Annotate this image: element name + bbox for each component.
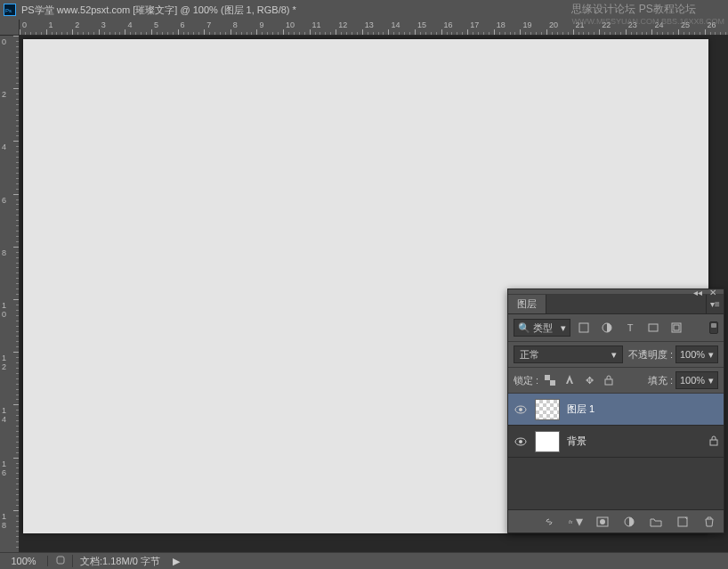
blend-mode-select[interactable]: 正常 ▾ (514, 345, 623, 363)
layer-mask-icon[interactable] (595, 515, 610, 529)
hand-icon[interactable] (48, 555, 73, 567)
visibility-icon[interactable] (514, 402, 528, 417)
filter-pixel-icon[interactable] (574, 319, 594, 337)
filter-toggle[interactable] (709, 321, 718, 334)
panel-grip[interactable]: ◂◂ ✕ (508, 289, 724, 295)
collapse-icon[interactable]: ◂◂ (693, 288, 702, 297)
adjustment-layer-icon[interactable] (622, 515, 636, 529)
svg-rect-6 (674, 325, 679, 330)
chevron-down-icon: ▾ (708, 349, 714, 361)
svg-text:fx: fx (569, 519, 574, 524)
layer-thumbnail[interactable] (535, 431, 560, 452)
svg-rect-1 (57, 557, 64, 564)
status-bar: 100% 文档:1.18M/0 字节 ▶ (0, 552, 728, 569)
svg-rect-7 (545, 375, 550, 380)
layers-panel: ◂◂ ✕ 图层 ▾≡ 🔍 类型 ▾ T 正常 ▾ 不透明度 (507, 289, 724, 533)
layer-name[interactable]: 图层 1 (567, 402, 595, 416)
zoom-level[interactable]: 100% (0, 556, 48, 566)
panel-footer: fx▾ (508, 509, 724, 532)
layer-thumbnail[interactable] (535, 399, 560, 420)
lock-all-icon[interactable] (601, 372, 617, 388)
chevron-down-icon: ▾ (611, 349, 617, 361)
ruler-origin[interactable] (0, 20, 20, 36)
layer-row[interactable]: 背景 (508, 426, 724, 458)
svg-point-13 (519, 440, 522, 443)
tab-layers[interactable]: 图层 (508, 295, 546, 313)
lock-position-icon[interactable]: ✥ (581, 372, 597, 388)
svg-text:Ps: Ps (5, 8, 12, 13)
filter-shape-icon[interactable] (643, 319, 663, 337)
document-info[interactable]: 文档:1.18M/0 字节 (73, 555, 167, 568)
lock-transparency-icon[interactable] (542, 372, 558, 388)
svg-rect-19 (678, 517, 687, 526)
document-title: PS学堂 www.52psxt.com [璀璨文字] @ 100% (图层 1,… (21, 4, 296, 17)
visibility-icon[interactable] (514, 435, 528, 449)
info-dropdown-icon[interactable]: ▶ (173, 556, 180, 567)
ruler-vertical[interactable]: 024681012141618 (0, 36, 20, 552)
close-icon[interactable]: ✕ (709, 288, 716, 297)
lock-icon (709, 434, 718, 450)
blend-row: 正常 ▾ 不透明度 : 100% ▾ (508, 342, 724, 368)
layer-row[interactable]: 图层 1 (508, 394, 724, 426)
filter-kind-select[interactable]: 🔍 类型 ▾ (514, 319, 570, 337)
watermark: 思缘设计论坛 PS教程论坛 WWW.MISSYUAN.COM BBS.16XX8… (571, 2, 724, 26)
lock-row: 锁定 : ✥ 填充 : 100% ▾ (508, 368, 724, 394)
layer-style-icon[interactable]: fx▾ (569, 515, 583, 529)
chevron-down-icon: ▾ (561, 322, 566, 334)
new-layer-icon[interactable] (675, 515, 690, 529)
svg-point-11 (519, 408, 522, 411)
layer-list: 图层 1背景 (508, 394, 724, 509)
layer-filter-row: 🔍 类型 ▾ T (508, 314, 724, 342)
opacity-control: 不透明度 : 100% ▾ (628, 345, 718, 363)
svg-rect-8 (550, 380, 555, 386)
delete-layer-icon[interactable] (702, 515, 716, 529)
svg-rect-14 (710, 440, 717, 445)
filter-smartobject-icon[interactable] (667, 319, 686, 337)
filter-type-icon[interactable]: T (620, 319, 640, 337)
photoshop-icon: Ps (4, 4, 16, 16)
opacity-input[interactable]: 100% ▾ (675, 345, 718, 363)
svg-point-17 (600, 519, 605, 524)
svg-rect-4 (649, 324, 658, 331)
fill-input[interactable]: 100% ▾ (675, 371, 718, 389)
lock-pixels-icon[interactable] (562, 372, 578, 388)
search-icon: 🔍 (518, 322, 530, 334)
group-icon[interactable] (649, 515, 663, 529)
svg-rect-9 (605, 379, 612, 385)
panel-menu-icon[interactable]: ▾≡ (706, 295, 724, 313)
link-layers-icon[interactable] (542, 515, 556, 529)
chevron-down-icon: ▾ (708, 375, 714, 386)
svg-rect-2 (579, 323, 588, 332)
layer-name[interactable]: 背景 (567, 435, 586, 448)
filter-adjustment-icon[interactable] (597, 319, 617, 337)
